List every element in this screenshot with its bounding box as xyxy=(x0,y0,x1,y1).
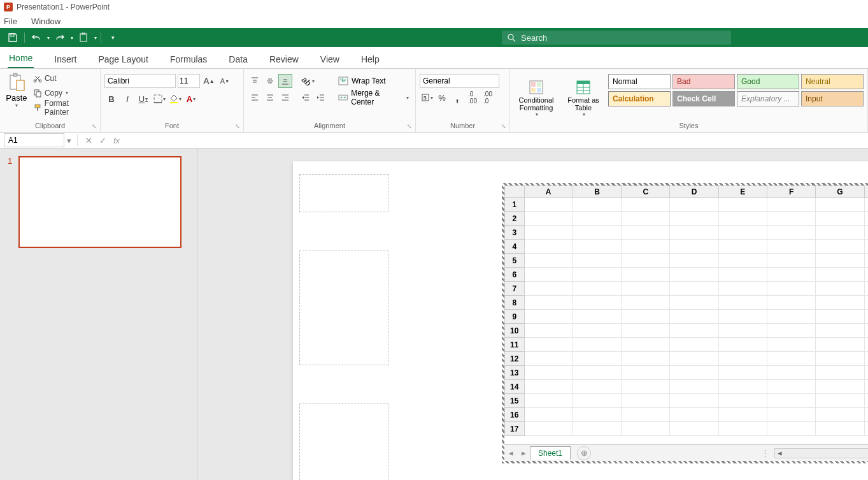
insert-function-button[interactable]: fx xyxy=(110,136,124,145)
cell[interactable] xyxy=(816,198,864,212)
cell[interactable] xyxy=(622,212,670,226)
sheet-grid[interactable]: ABCDEFGH1234567891011121314151617 xyxy=(504,185,868,444)
cell[interactable] xyxy=(670,394,718,408)
cell[interactable] xyxy=(767,198,816,212)
style-explanatory[interactable]: Explanatory ... xyxy=(737,91,799,106)
merge-center-button[interactable]: Merge & Center▾ xyxy=(336,91,411,105)
col-header[interactable]: C xyxy=(622,186,670,198)
row-header[interactable]: 2 xyxy=(505,212,525,226)
format-as-table-button[interactable]: Format as Table▾ xyxy=(561,71,606,122)
style-bad[interactable]: Bad xyxy=(672,74,735,89)
cell[interactable] xyxy=(718,338,767,352)
percent-format-button[interactable]: % xyxy=(435,91,449,105)
cell[interactable] xyxy=(816,324,864,338)
bold-button[interactable]: B xyxy=(104,92,118,106)
cell[interactable] xyxy=(573,338,621,352)
cell[interactable] xyxy=(767,282,816,296)
tab-formulas[interactable]: Formulas xyxy=(169,50,208,68)
cell[interactable] xyxy=(816,338,864,352)
cell[interactable] xyxy=(670,324,718,338)
decrease-decimal-button[interactable]: .00.0 xyxy=(481,91,495,105)
cell[interactable] xyxy=(670,296,718,310)
italic-button[interactable]: I xyxy=(120,92,134,106)
cell[interactable] xyxy=(816,226,864,240)
name-box[interactable]: A1 xyxy=(4,133,64,147)
cell[interactable] xyxy=(524,310,573,324)
cell[interactable] xyxy=(622,408,670,422)
fill-color-button[interactable]: ▾ xyxy=(168,92,182,106)
font-color-button[interactable]: A▾ xyxy=(184,92,198,106)
increase-font-button[interactable]: A▲ xyxy=(202,74,216,88)
cell[interactable] xyxy=(816,310,864,324)
tab-view[interactable]: View xyxy=(319,50,341,68)
row-header[interactable]: 6 xyxy=(505,268,525,282)
cell[interactable] xyxy=(670,352,718,366)
cell[interactable] xyxy=(864,282,868,296)
cell[interactable] xyxy=(670,212,718,226)
cell[interactable] xyxy=(816,352,864,366)
col-header[interactable]: F xyxy=(767,186,816,198)
cell[interactable] xyxy=(767,226,816,240)
cell[interactable] xyxy=(767,268,816,282)
select-all-cell[interactable] xyxy=(505,186,525,198)
cell[interactable] xyxy=(524,380,573,394)
cell[interactable] xyxy=(524,352,573,366)
row-header[interactable]: 4 xyxy=(505,240,525,254)
cell[interactable] xyxy=(718,282,767,296)
cell[interactable] xyxy=(670,254,718,268)
cell[interactable] xyxy=(622,352,670,366)
cell[interactable] xyxy=(767,310,816,324)
cell[interactable] xyxy=(524,282,573,296)
cell[interactable] xyxy=(670,282,718,296)
cell[interactable] xyxy=(864,240,868,254)
tab-home[interactable]: Home xyxy=(8,49,34,68)
cell[interactable] xyxy=(767,324,816,338)
sheet-horizontal-scrollbar[interactable]: ◂▸ xyxy=(774,448,868,458)
cell[interactable] xyxy=(864,310,868,324)
cell[interactable] xyxy=(622,324,670,338)
style-check-cell[interactable]: Check Cell xyxy=(672,91,735,106)
style-input[interactable]: Input xyxy=(801,91,864,106)
cell[interactable] xyxy=(524,296,573,310)
col-header[interactable]: H xyxy=(864,186,868,198)
cell[interactable] xyxy=(573,212,621,226)
row-header[interactable]: 10 xyxy=(505,324,525,338)
sheet-tab-1[interactable]: Sheet1 xyxy=(530,446,571,460)
row-header[interactable]: 8 xyxy=(505,296,525,310)
row-header[interactable]: 7 xyxy=(505,282,525,296)
align-left-button[interactable] xyxy=(248,91,262,105)
cell[interactable] xyxy=(767,394,816,408)
tab-help[interactable]: Help xyxy=(360,50,381,68)
cell[interactable] xyxy=(573,352,621,366)
row-header[interactable]: 14 xyxy=(505,380,525,394)
cell[interactable] xyxy=(864,408,868,422)
cell[interactable] xyxy=(573,226,621,240)
cell[interactable] xyxy=(524,240,573,254)
customize-qat-button[interactable]: ▾ xyxy=(105,30,120,45)
cell[interactable] xyxy=(718,226,767,240)
borders-button[interactable]: ▾ xyxy=(152,92,166,106)
cell[interactable] xyxy=(573,324,621,338)
accounting-format-button[interactable]: $▾ xyxy=(420,91,434,105)
cell[interactable] xyxy=(524,212,573,226)
cell[interactable] xyxy=(767,212,816,226)
col-header[interactable]: D xyxy=(670,186,718,198)
format-painter-button[interactable]: Format Painter xyxy=(32,101,96,114)
cell[interactable] xyxy=(767,422,816,436)
add-sheet-button[interactable]: ⊕ xyxy=(577,446,591,460)
col-header[interactable]: A xyxy=(524,186,573,198)
row-header[interactable]: 5 xyxy=(505,254,525,268)
row-header[interactable]: 12 xyxy=(505,352,525,366)
tab-insert[interactable]: Insert xyxy=(53,50,78,68)
cell[interactable] xyxy=(524,338,573,352)
comma-format-button[interactable]: , xyxy=(450,91,464,105)
row-header[interactable]: 1 xyxy=(505,198,525,212)
align-bottom-button[interactable] xyxy=(278,74,292,88)
cell[interactable] xyxy=(767,338,816,352)
cell[interactable] xyxy=(864,324,868,338)
decrease-indent-button[interactable] xyxy=(299,91,313,105)
cell[interactable] xyxy=(718,408,767,422)
cell[interactable] xyxy=(718,422,767,436)
orientation-button[interactable]: ab▾ xyxy=(299,74,318,88)
cell[interactable] xyxy=(767,408,816,422)
